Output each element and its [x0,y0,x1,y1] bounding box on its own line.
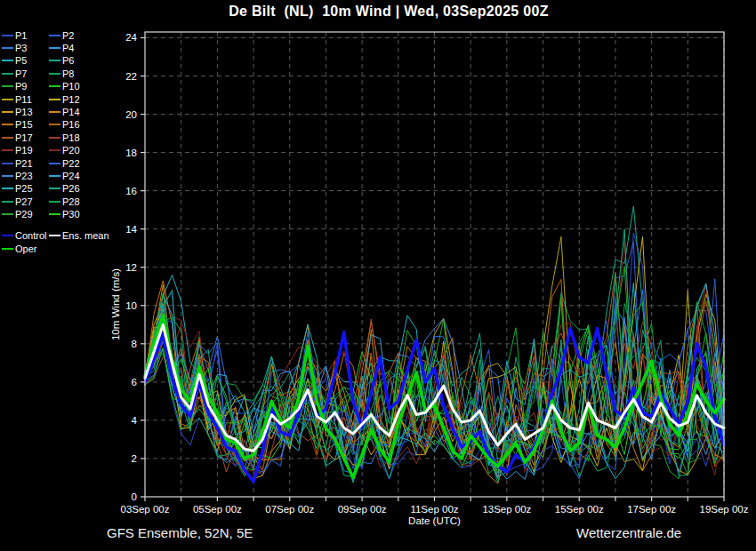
y-tick-label: 16 [125,186,137,196]
y-tick-label: 6 [132,377,137,387]
y-tick-label: 0 [132,491,137,502]
x-tick-label: 13Sep 00z [482,504,531,515]
y-tick-label: 10 [125,300,137,311]
y-tick-label: 18 [125,148,137,158]
forecast-chart-window: De Bilt (NL) 10m Wind | Wed, 03Sep2025 0… [0,0,756,551]
wind-ensemble-plot: 02468101214161820222403Sep 00z05Sep 00z0… [0,0,756,551]
x-tick-label: 03Sep 00z [121,504,170,515]
y-tick-label: 8 [132,339,137,349]
y-tick-label: 14 [125,224,137,235]
x-tick-label: 15Sep 00z [555,504,604,515]
y-tick-label: 20 [125,109,137,120]
x-tick-label: 09Sep 00z [338,504,387,515]
x-tick-label: 17Sep 00z [627,504,676,515]
y-tick-label: 22 [125,71,137,82]
x-tick-label: 19Sep 00z [700,504,749,515]
x-tick-label: 05Sep 00z [193,504,242,515]
y-tick-label: 2 [132,453,137,464]
model-location-label: GFS Ensemble, 52N, 5E [107,525,253,540]
x-axis-title: Date (UTC) [408,515,461,526]
y-tick-label: 12 [125,262,137,273]
site-credit-label: Wetterzentrale.de [576,525,681,540]
x-tick-label: 07Sep 00z [265,504,314,515]
y-tick-label: 24 [125,32,137,43]
y-tick-label: 4 [132,415,138,426]
x-tick-label: 11Sep 00z [410,504,458,515]
y-axis-title: 10m Wind (m/s) [110,268,121,340]
